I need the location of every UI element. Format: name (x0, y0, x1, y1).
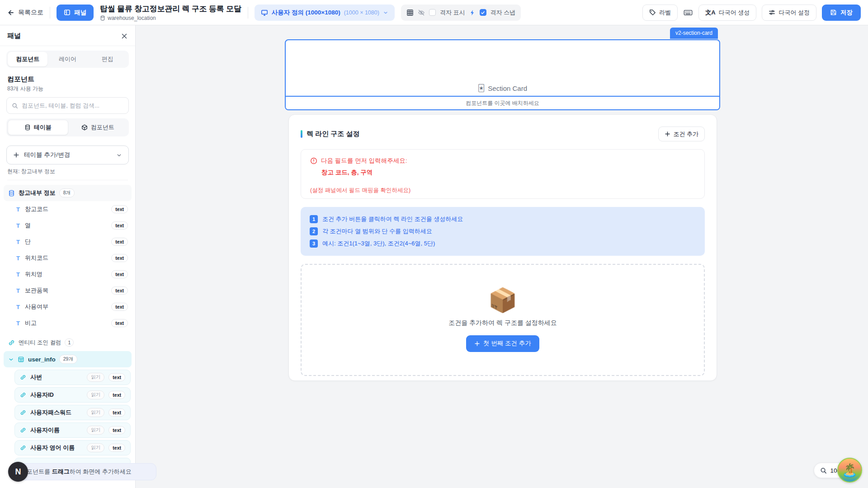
field-item[interactable]: T 보관품목 text (4, 282, 132, 299)
i18n-settings-button[interactable]: 다국어 설정 (762, 5, 816, 21)
table-fields: T 창고코드 text T 열 text T 단 (4, 201, 132, 331)
readonly-badge: 읽기 (87, 443, 104, 452)
step-text: 조건 추가 버튼을 클릭하여 렉 라인 조건을 생성하세요 (322, 215, 463, 223)
back-label: 목록으로 (18, 9, 43, 17)
add-condition-button[interactable]: 조건 추가 (658, 127, 705, 141)
join-field-label: 사용자ID (30, 391, 83, 399)
readonly-badge: 읽기 (87, 390, 104, 399)
table-group-header[interactable]: 창고내부 정보 8개 (4, 185, 132, 201)
field-item[interactable]: T 창고코드 text (4, 201, 132, 217)
field-type-badge: text (108, 408, 125, 417)
save-button[interactable]: 저장 (822, 5, 861, 21)
grid-show-checkbox[interactable] (429, 9, 436, 16)
magnifier-icon (820, 467, 827, 474)
instruction-step: 1 조건 추가 버튼을 클릭하여 렉 라인 조건을 생성하세요 (310, 215, 696, 223)
link-icon (20, 392, 26, 398)
plus-icon (13, 152, 19, 158)
rack-section-title: 렉 라인 구조 설정 (307, 130, 360, 138)
chevron-down-icon (116, 152, 122, 158)
field-item[interactable]: T 단 text (4, 234, 132, 250)
text-type-icon: T (15, 222, 21, 229)
back-to-list-button[interactable]: 목록으로 (7, 9, 43, 17)
tag-icon (649, 9, 656, 16)
text-type-icon: T (15, 271, 21, 278)
mode-component-button[interactable]: 컴포넌트 (68, 120, 128, 135)
tab-components[interactable]: 컴포넌트 (8, 52, 47, 66)
step-text: 각 조건마다 열 범위와 단 수를 입력하세요 (322, 227, 432, 235)
join-field-label: 사번 (30, 373, 83, 381)
text-type-icon: T (15, 255, 21, 262)
field-type-badge: text (108, 391, 125, 399)
text-type-icon: T (15, 206, 21, 213)
eye-off-icon[interactable] (418, 9, 425, 16)
warning-line1: 다음 필드를 먼저 입력해주세요: (321, 157, 407, 165)
required-fields-warning: 다음 필드를 먼저 입력해주세요: 창고 코드, 층, 구역 (설정 패널에서 … (301, 149, 705, 199)
section-card-label: Section Card (488, 84, 527, 92)
section-card-component[interactable]: 🃏 Section Card 컴포넌트를 이곳에 배치하세요 (285, 39, 720, 110)
entity-join-label: 엔티티 조인 컬럼 (19, 339, 61, 347)
design-canvas[interactable]: v2-section-card 🃏 Section Card 컴포넌트를 이곳에… (136, 25, 868, 488)
grid-icon[interactable] (406, 9, 414, 16)
add-first-condition-button[interactable]: 첫 번째 조건 추가 (466, 335, 539, 352)
entity-join-count-badge: 1 (65, 338, 74, 347)
join-field-item[interactable]: 사용자 영어 이름 읽기 text (14, 440, 131, 455)
panel-toggle-button[interactable]: 패널 (57, 5, 94, 21)
field-item[interactable]: T 위치명 text (4, 266, 132, 282)
grid-snap-checkbox[interactable] (480, 9, 486, 16)
readonly-badge: 읽기 (87, 426, 104, 435)
drag-hint-bar: 컴포넌트를 드래그하여 화면에 추가하세요 (14, 463, 156, 480)
field-label: 보관품목 (25, 286, 107, 295)
top-toolbar: 목록으로 패널 탑씰 물류 창고정보관리 렉 구조 등록 모달 warehous… (0, 0, 868, 25)
save-icon (830, 9, 837, 16)
field-type-badge: text (111, 303, 128, 311)
table-source-label: warehouse_location (108, 15, 156, 21)
translate-icon: 文A (705, 9, 715, 17)
mode-table-button[interactable]: 테이블 (8, 120, 68, 135)
join-table-user-info[interactable]: user_info 29개 (4, 351, 132, 367)
arrow-left-icon (7, 9, 14, 16)
field-item[interactable]: T 열 text (4, 217, 132, 234)
database-icon (24, 124, 31, 131)
label-button[interactable]: 라벨 (642, 5, 678, 21)
close-icon[interactable] (121, 33, 128, 40)
join-field-item[interactable]: 사용자패스워드 읽기 text (14, 405, 131, 420)
page-title-block: 탑씰 물류 창고정보관리 렉 구조 등록 모달 warehouse_locati… (100, 4, 241, 21)
join-field-item[interactable]: 사번 읽기 text (14, 370, 131, 385)
field-label: 비고 (25, 319, 107, 327)
link-icon (20, 445, 26, 451)
components-available-count: 83개 사용 가능 (7, 85, 128, 93)
join-field-label: 사용자 영어 이름 (30, 444, 83, 452)
link-icon (20, 427, 26, 433)
component-dropzone[interactable]: 컴포넌트를 이곳에 배치하세요 (286, 96, 719, 109)
field-item[interactable]: T 위치코드 text (4, 250, 132, 266)
database-icon (100, 15, 105, 21)
source-mode-toggle: 테이블 컴포넌트 (6, 118, 129, 136)
join-field-item[interactable]: 사용자ID 읽기 text (14, 387, 131, 403)
viewport-size-selector[interactable]: 사용자 정의 (1000×1080) (1000 × 1080) (255, 5, 395, 21)
add-table-dropdown[interactable]: 테이블 추가/변경 (6, 145, 129, 164)
tab-layers[interactable]: 레이어 (47, 52, 87, 66)
chevron-down-icon (8, 357, 14, 362)
join-field-item[interactable]: 사용자이름 읽기 text (14, 422, 131, 438)
i18n-generate-button[interactable]: 文A 다국어 생성 (698, 5, 756, 21)
field-item[interactable]: T 사용여부 text (4, 299, 132, 315)
search-icon (12, 103, 18, 109)
table-grid-icon (18, 356, 24, 363)
user-avatar[interactable]: N (8, 462, 28, 482)
instruction-step: 2 각 조건마다 열 범위와 단 수를 입력하세요 (310, 227, 696, 235)
field-item[interactable]: T 비고 text (4, 315, 132, 331)
keyboard-shortcuts-icon[interactable] (683, 8, 693, 18)
field-type-badge: text (108, 426, 125, 434)
instruction-step: 3 예시: 조건1(1~3열, 3단), 조건2(4~6열, 5단) (310, 239, 696, 248)
field-type-badge: text (111, 319, 128, 327)
search-input[interactable] (22, 102, 123, 109)
tab-edit[interactable]: 편집 (88, 52, 127, 66)
step-number-badge: 2 (310, 227, 318, 235)
join-field-label: 사용자이름 (30, 426, 83, 434)
table-group-name: 창고내부 정보 (19, 189, 56, 197)
database-icon (8, 190, 15, 197)
instruction-steps: 1 조건 추가 버튼을 클릭하여 렉 라인 조건을 생성하세요 2 각 조건마다… (301, 207, 705, 256)
field-type-badge: text (111, 205, 128, 213)
step-number-badge: 3 (310, 239, 318, 248)
island-extension-icon[interactable]: 🏝️ (837, 458, 862, 483)
